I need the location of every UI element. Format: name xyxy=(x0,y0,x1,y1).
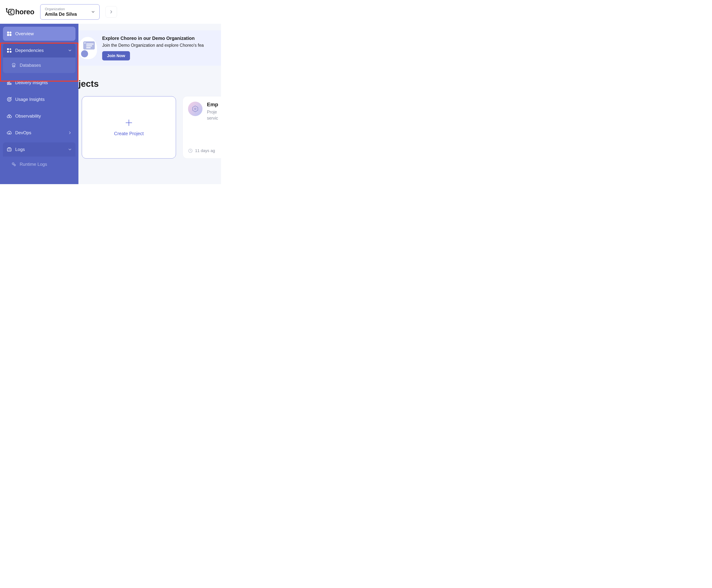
banner-illustration-icon xyxy=(79,37,97,59)
chevron-down-icon xyxy=(68,148,72,151)
chevron-down-icon xyxy=(91,10,95,14)
sidebar-item-dependencies[interactable]: Dependencies xyxy=(3,43,76,58)
chevron-right-icon xyxy=(68,131,72,134)
svg-point-14 xyxy=(8,99,10,100)
project-age: 11 days ag xyxy=(195,148,215,153)
join-now-button[interactable]: Join Now xyxy=(102,51,130,60)
sidebar-item-label: DevOps xyxy=(15,130,32,135)
sidebar-item-databases[interactable]: Databases xyxy=(3,58,76,73)
projects-section-title: jects xyxy=(79,79,221,89)
sidebar-item-delivery-insights[interactable]: Delivery Insights xyxy=(3,76,76,90)
logo-mark-icon xyxy=(5,7,15,16)
sidebar-item-label: Databases xyxy=(20,63,41,68)
svg-marker-25 xyxy=(193,106,198,112)
org-value: Amila De Silva xyxy=(45,12,77,17)
svg-rect-2 xyxy=(7,31,9,34)
sidebar-item-observability[interactable]: Observability xyxy=(3,109,76,123)
svg-rect-11 xyxy=(9,81,10,85)
banner-title: Explore Choreo in our Demo Organization xyxy=(102,36,204,41)
target-icon xyxy=(7,97,12,102)
svg-point-15 xyxy=(7,116,9,118)
log-icon: LOG xyxy=(7,147,12,152)
svg-rect-6 xyxy=(7,48,9,50)
svg-rect-12 xyxy=(11,83,11,85)
create-project-card[interactable]: Create Project xyxy=(82,96,176,159)
sidebar-item-label: Logs xyxy=(15,147,25,152)
svg-rect-7 xyxy=(7,51,9,52)
svg-point-26 xyxy=(194,108,196,110)
overview-icon xyxy=(7,31,12,36)
sidebar-item-devops[interactable]: DevOps xyxy=(3,126,76,140)
plus-icon xyxy=(125,119,133,127)
project-cards: Create Project Emp Proje servic xyxy=(79,96,221,159)
organization-picker[interactable]: Organization Amila De Silva xyxy=(40,4,100,20)
clock-icon xyxy=(188,148,193,153)
svg-point-9 xyxy=(13,65,15,66)
sidebar-submenu-logs: Runtime Logs xyxy=(3,156,76,172)
database-icon xyxy=(11,63,16,68)
sidebar: Overview Dependencies Databases xyxy=(0,24,79,184)
svg-text:LOG: LOG xyxy=(8,149,11,151)
svg-rect-1 xyxy=(8,9,14,15)
create-project-label: Create Project xyxy=(114,131,144,136)
project-name: Emp xyxy=(207,102,218,108)
dependencies-icon xyxy=(7,48,12,53)
svg-point-17 xyxy=(9,133,10,134)
chevron-down-icon xyxy=(68,48,72,52)
svg-point-24 xyxy=(15,165,15,165)
svg-rect-8 xyxy=(9,51,11,52)
svg-rect-10 xyxy=(7,82,8,85)
sidebar-item-label: Delivery Insights xyxy=(15,80,48,85)
main-content: Explore Choreo in our Demo Organization … xyxy=(79,24,221,184)
bar-chart-icon xyxy=(7,80,12,85)
sidebar-item-usage-insights[interactable]: Usage Insights xyxy=(3,92,76,106)
sidebar-item-label: Observability xyxy=(15,113,41,119)
banner-subtitle: Join the Demo Organization and explore C… xyxy=(102,43,204,48)
sidebar-item-label: Runtime Logs xyxy=(20,162,47,167)
sidebar-submenu-dependencies: Databases xyxy=(3,58,76,73)
sidebar-item-logs[interactable]: LOG Logs xyxy=(3,142,76,156)
svg-point-16 xyxy=(9,116,12,118)
project-avatar-icon xyxy=(188,102,203,116)
svg-rect-3 xyxy=(9,31,11,34)
svg-rect-4 xyxy=(7,34,9,36)
svg-rect-19 xyxy=(8,148,11,149)
gear-icon xyxy=(11,162,16,167)
logo-text: horeo xyxy=(15,8,34,16)
org-label: Organization xyxy=(45,7,77,11)
chevron-right-icon xyxy=(109,10,113,14)
logo: horeo xyxy=(5,7,34,16)
svg-rect-5 xyxy=(9,34,11,36)
sidebar-item-label: Dependencies xyxy=(15,48,44,53)
cloud-icon xyxy=(7,130,12,135)
demo-org-banner: Explore Choreo in our Demo Organization … xyxy=(79,30,221,66)
sidebar-item-label: Overview xyxy=(15,31,34,36)
project-description: Proje servic xyxy=(207,109,218,122)
svg-point-22 xyxy=(13,163,13,164)
sidebar-item-label: Usage Insights xyxy=(15,97,45,102)
project-card[interactable]: Emp Proje servic 11 days ag xyxy=(183,96,221,159)
header: horeo Organization Amila De Silva xyxy=(0,0,221,24)
sidebar-item-overview[interactable]: Overview xyxy=(3,27,76,41)
breadcrumb-next-button[interactable] xyxy=(105,6,117,18)
binoculars-icon xyxy=(7,113,12,119)
sidebar-item-runtime-logs[interactable]: Runtime Logs xyxy=(3,156,76,172)
